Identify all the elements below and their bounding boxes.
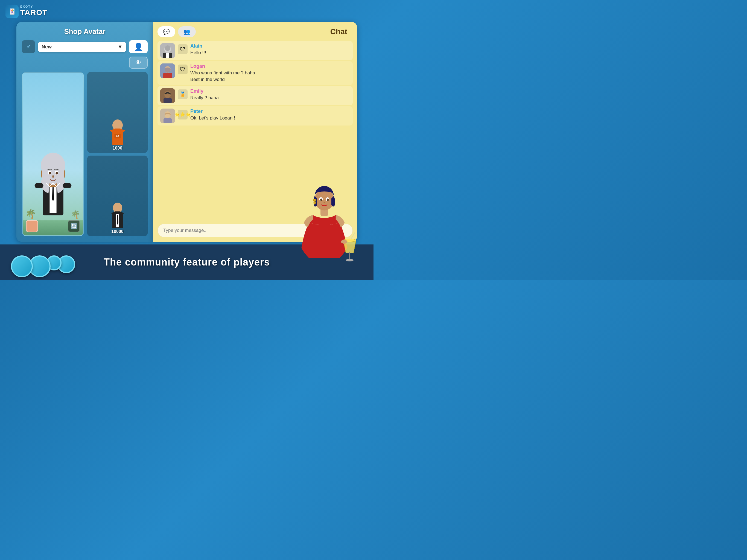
message-alain: 🛡 Alain Hello !!!	[157, 41, 353, 60]
chat-title: Chat	[330, 27, 347, 36]
shop-title: Shop Avatar	[22, 27, 148, 36]
svg-rect-25	[163, 73, 172, 78]
svg-point-39	[313, 199, 316, 202]
item-figure-2	[107, 202, 129, 228]
chip-1	[11, 255, 33, 277]
svg-rect-42	[349, 252, 350, 259]
new-dropdown[interactable]: New ▼	[38, 42, 126, 52]
svg-point-43	[346, 259, 354, 261]
svg-rect-28	[163, 98, 172, 103]
emily-avatar-svg	[160, 88, 175, 103]
emily-name: Emily	[190, 88, 350, 94]
bottom-bar: The community feature of players	[0, 245, 374, 280]
item-card-1[interactable]: 00 1000	[87, 72, 148, 153]
peter-message-content: Peter Ok. Let's play Logan !	[190, 108, 350, 121]
svg-line-44	[351, 233, 355, 239]
bottom-tagline: The community feature of players	[104, 256, 270, 268]
alain-name: Alain	[190, 43, 350, 49]
svg-point-37	[327, 199, 329, 201]
item-card-2[interactable]: 10000	[87, 156, 148, 236]
logan-name: Logan	[190, 63, 350, 69]
item-figure-1: 00	[107, 119, 129, 145]
msg-avatar-peter	[160, 108, 175, 123]
peter-badge: ⭐⭐⭐	[178, 110, 187, 120]
character-svg	[289, 171, 360, 275]
item-price-2: 10000	[111, 229, 124, 234]
item-price-1: 1000	[113, 146, 123, 151]
svg-rect-11	[62, 183, 71, 188]
alain-message-content: Alain Hello !!!	[190, 43, 350, 56]
logan-badge: 🛡	[178, 65, 187, 74]
message-peter: ⭐⭐⭐ Peter Ok. Let's play Logan !	[157, 106, 353, 126]
message-emily: 🏅 Emily Really ? haha	[157, 86, 353, 105]
group-icon: 👥	[183, 29, 190, 35]
shop-panel: Shop Avatar ♂ New ▼ 👤 👁 🌴 🌴	[17, 22, 153, 242]
svg-marker-17	[117, 215, 119, 225]
shop-content: 🌴 🌴	[22, 72, 148, 236]
character-decoration	[289, 171, 365, 280]
chat-header: 💬 👥 Chat	[157, 26, 353, 37]
chips-decoration	[11, 255, 75, 277]
svg-rect-31	[163, 118, 172, 123]
svg-point-20	[165, 45, 170, 51]
chat-tab-messages[interactable]: 💬	[157, 26, 175, 37]
emily-badge: 🏅	[178, 90, 187, 99]
peter-name: Peter	[190, 108, 350, 114]
svg-point-9	[56, 172, 57, 173]
chat-bubble-icon: 💬	[163, 29, 170, 35]
svg-point-45	[341, 239, 347, 244]
dropdown-arrow-icon: ▼	[118, 44, 123, 50]
logan-avatar-svg	[160, 63, 175, 78]
alain-avatar-svg	[160, 43, 175, 58]
svg-text:00: 00	[116, 134, 119, 137]
view-toggle-btn[interactable]: 👁	[129, 57, 148, 69]
logan-text: Who wana fight with me ? hahaBest in the…	[190, 70, 350, 83]
alain-badge: 🛡	[178, 44, 187, 54]
skin-color-swatch[interactable]	[26, 220, 38, 232]
alain-text: Hello !!!	[190, 50, 350, 56]
logan-message-content: Logan Who wana fight with me ? hahaBest …	[190, 63, 350, 83]
gender-badge[interactable]: ♂	[22, 40, 35, 53]
message-logan: 🛡 Logan Who wana fight with me ? hahaBes…	[157, 61, 353, 85]
emily-message-content: Emily Really ? haha	[190, 88, 350, 101]
new-label: New	[42, 44, 52, 50]
logo-text-group: exoty TAROT	[20, 6, 47, 17]
svg-point-36	[320, 199, 322, 201]
svg-point-30	[164, 111, 171, 118]
peter-text: Ok. Let's play Logan !	[190, 115, 350, 121]
logo-sub: exoty	[20, 5, 47, 8]
refresh-button[interactable]: 🔄	[68, 220, 80, 232]
profile-icon-btn[interactable]: 👤	[129, 40, 148, 53]
svg-point-38	[324, 202, 325, 203]
refresh-icon: 🔄	[71, 223, 77, 229]
msg-avatar-logan	[160, 63, 175, 78]
svg-point-40	[314, 201, 315, 204]
peter-avatar-svg	[160, 108, 175, 123]
svg-rect-22	[166, 53, 169, 58]
logo-icon: 🃏	[5, 5, 19, 18]
msg-avatar-alain	[160, 43, 175, 58]
avatar-display: 🌴 🌴	[22, 72, 84, 236]
avatar-svg	[28, 137, 78, 225]
logo-card-icon: 🃏	[9, 8, 16, 15]
logo-title: TAROT	[20, 8, 47, 17]
chat-tab-group[interactable]: 👥	[178, 26, 196, 37]
msg-avatar-emily	[160, 88, 175, 103]
svg-point-8	[50, 172, 50, 173]
svg-rect-10	[34, 183, 43, 188]
emily-text: Really ? haha	[190, 95, 350, 101]
logo: 🃏 exoty TAROT	[5, 5, 47, 18]
items-column: 00 1000 10000	[87, 72, 148, 236]
